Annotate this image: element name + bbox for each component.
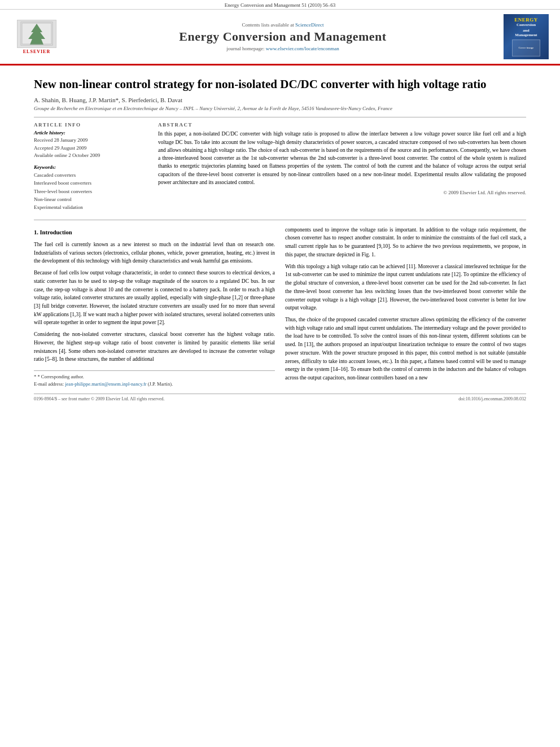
footnote-area: * * Corresponding author. E-mail address…	[34, 370, 275, 388]
journal-homepage: journal homepage: www.elsevier.com/locat…	[68, 46, 498, 51]
paper-container: New non-linear control strategy for non-…	[0, 65, 560, 413]
keyword-2: Interleaved boost converters	[34, 179, 147, 187]
paper-footer: 0196-8904/$ – see front matter © 2009 El…	[34, 394, 526, 401]
elsevier-logo: ELSEVIER	[11, 20, 62, 54]
keywords-section: Keywords: Cascaded converters Interleave…	[34, 164, 147, 212]
section-1-number: 1. Introduction	[34, 229, 72, 235]
elsevier-logo-image	[17, 20, 56, 48]
sciencedirect-link[interactable]: ScienceDirect	[295, 22, 323, 28]
body-para-3: Considering the non-isolated converter s…	[34, 330, 275, 364]
abstract-copyright: © 2009 Elsevier Ltd. All rights reserved…	[158, 190, 526, 195]
paper-title: New non-linear control strategy for non-…	[34, 77, 526, 92]
body-para-right-3: Thus, the choice of the proposed cascade…	[285, 316, 526, 382]
article-history: Article history: Received 28 January 200…	[34, 130, 147, 160]
footnote-email-address[interactable]: jean-philippe.martin@ensem.inpl-nancy.fr	[65, 381, 146, 387]
footnote-email-label: E-mail address:	[34, 381, 65, 387]
abstract-title: ABSTRACT	[158, 122, 526, 128]
homepage-url[interactable]: www.elsevier.com/locate/enconman	[266, 46, 339, 51]
journal-top-bar: Energy Conversion and Management 51 (201…	[0, 0, 560, 10]
keyword-1: Cascaded converters	[34, 171, 147, 179]
body-para-1: The fuel cell is currently known as a ne…	[34, 241, 275, 265]
journal-citation: Energy Conversion and Management 51 (201…	[225, 2, 335, 8]
abstract-column: ABSTRACT In this paper, a non-isolated D…	[158, 122, 526, 211]
footer-issn: 0196-8904/$ – see front matter © 2009 El…	[34, 396, 165, 401]
footer-doi: doi:10.1016/j.enconman.2009.08.032	[458, 396, 526, 401]
body-para-right-1: components used to improve the voltage r…	[285, 226, 526, 259]
footnote-author-name: (J.P. Martin).	[148, 381, 173, 387]
footnote-corresponding-text: * Corresponding author.	[37, 374, 84, 379]
body-column-right: components used to improve the voltage r…	[285, 226, 526, 388]
section-1-heading: 1. Introduction	[34, 228, 275, 237]
footnote-email-line: E-mail address: jean-philippe.martin@ens…	[34, 381, 275, 388]
keywords-label: Keywords:	[34, 164, 147, 170]
journal-cover: ENERGY Conversion and Management Cover i…	[504, 14, 549, 59]
article-info-column: ARTICLE INFO Article history: Received 2…	[34, 122, 147, 211]
history-accepted: Accepted 29 August 2009	[34, 145, 147, 152]
history-received: Received 28 January 2009	[34, 137, 147, 145]
cover-image-placeholder: Cover image	[519, 46, 534, 50]
history-available: Available online 2 October 2009	[34, 152, 147, 160]
journal-title: Energy Conversion and Management	[68, 29, 498, 44]
divider-1	[34, 117, 526, 117]
keyword-5: Experimental validation	[34, 203, 147, 211]
body-para-2: Because of fuel cells low output voltage…	[34, 269, 275, 327]
paper-body: 1. Introduction The fuel cell is current…	[34, 220, 526, 388]
elsevier-label: ELSEVIER	[23, 49, 50, 54]
footnote-corresponding: * * Corresponding author.	[34, 373, 275, 381]
body-column-left: 1. Introduction The fuel cell is current…	[34, 226, 275, 388]
homepage-label: journal homepage:	[226, 46, 265, 51]
article-info-title: ARTICLE INFO	[34, 122, 147, 128]
journal-center: Contents lists available at ScienceDirec…	[62, 22, 504, 51]
authors-text: A. Shahin, B. Huang, J.P. Martin*, S. Pi…	[34, 97, 182, 103]
journal-header: ELSEVIER Contents lists available at Sci…	[0, 10, 560, 65]
keyword-4: Non-linear control	[34, 195, 147, 203]
paper-authors: A. Shahin, B. Huang, J.P. Martin*, S. Pi…	[34, 97, 526, 103]
contents-label: Contents lists available at	[242, 22, 295, 28]
keyword-3: Three-level boost converters	[34, 187, 147, 195]
sciencedirect-line: Contents lists available at ScienceDirec…	[68, 22, 498, 28]
history-label: Article history:	[34, 130, 147, 136]
paper-affiliation: Groupe de Recherche en Electronique et e…	[34, 106, 526, 111]
abstract-text: In this paper, a non-isolated DC/DC conv…	[158, 130, 526, 186]
body-para-right-2: With this topology a high voltage ratio …	[285, 263, 526, 312]
article-info-abstract: ARTICLE INFO Article history: Received 2…	[34, 122, 526, 211]
